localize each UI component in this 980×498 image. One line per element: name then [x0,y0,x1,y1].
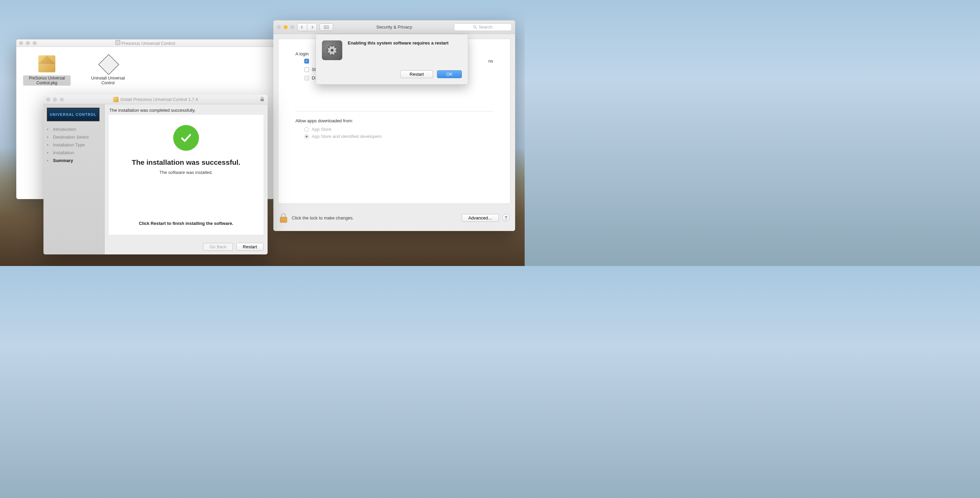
radio-identified-row: App Store and identified developers [304,134,493,139]
package-icon [37,54,57,74]
alert-ok-button[interactable]: OK [437,70,462,78]
svg-point-11 [328,28,329,29]
disable-login-checkbox[interactable] [304,76,309,81]
minimize-icon[interactable] [26,41,30,45]
require-password-label: ns [488,59,493,64]
finder-title: Presonus Universal Control [16,40,274,46]
svg-line-13 [476,28,477,29]
identified-developers-label: App Store and identified developers [312,134,382,139]
identified-developers-radio[interactable] [304,134,309,139]
nav-buttons [297,23,317,31]
installer-heading: The installation was successful. [132,158,240,167]
allow-apps-heading: Allow apps downloaded from: [296,118,493,123]
search-input[interactable]: Search [454,24,512,31]
universal-control-logo: UNIVERSAL CONTROL [47,108,100,121]
close-icon[interactable] [19,41,23,45]
alert-message: Enabling this system software requires a… [348,40,449,60]
disk-icon [115,40,120,45]
search-placeholder: Search [479,24,492,30]
lock-icon[interactable] [279,212,288,223]
radio-app-store-row: App Store [304,127,493,132]
svg-point-9 [325,28,326,29]
restart-alert-sheet: Enabling this system software requires a… [315,34,468,84]
svg-rect-25 [261,99,264,101]
svg-point-6 [327,27,328,27]
zoom-icon[interactable] [33,41,37,45]
divider [296,111,493,111]
svg-point-10 [327,28,328,29]
finder-body: PreSonus Universal Control.pkg Uninstall… [16,47,274,92]
finder-item-uninstall[interactable]: Uninstall Universal Control [84,54,132,86]
svg-point-8 [324,28,325,29]
app-store-radio[interactable] [304,127,309,132]
security-toolbar: Security & Privacy Search [274,21,515,34]
app-icon [98,54,118,74]
chevron-right-icon [310,25,314,29]
finder-titlebar[interactable]: Presonus Universal Control [16,40,274,47]
require-password-checkbox[interactable] [304,59,309,64]
installer-footer: Go Back Restart [105,239,267,255]
go-back-button[interactable]: Go Back [203,243,233,251]
zoom-icon[interactable] [290,25,294,29]
installer-main: The installation was completed successfu… [105,104,267,255]
installer-subheading: The software was installed. [160,170,213,175]
finder-item-pkg[interactable]: PreSonus Universal Control.pkg [23,54,71,86]
security-window: Security & Privacy Search A login ns Sho… [274,21,515,231]
installer-hint: Click Restart to finish installing the s… [139,221,233,235]
installer-content: The installation was successful. The sof… [109,115,264,235]
svg-point-12 [474,25,476,28]
grid-icon [324,25,329,29]
installer-window: Install Presonus Universal Control 1.7.4… [43,95,267,255]
installer-titlebar[interactable]: Install Presonus Universal Control 1.7.4 [43,95,267,104]
alert-restart-button[interactable]: Restart [400,70,433,78]
help-button[interactable]: ? [502,214,510,221]
close-icon[interactable] [46,97,50,102]
back-button[interactable] [298,24,307,31]
finder-item-label: PreSonus Universal Control.pkg [23,75,71,86]
svg-point-1 [325,25,326,26]
step-introduction: Introduction [47,125,101,133]
show-message-checkbox[interactable] [304,67,309,72]
lock-text: Click the lock to make changes. [292,215,354,220]
success-checkmark-icon [173,125,199,151]
finder-item-label: Uninstall Universal Control [84,75,132,86]
restart-button[interactable]: Restart [236,243,264,251]
minimize-icon[interactable] [53,97,57,102]
step-installation: Installation [47,149,101,157]
svg-rect-14 [280,217,287,223]
security-footer: Click the lock to make changes. Advanced… [274,208,515,227]
minimize-icon[interactable] [283,25,288,29]
chevron-left-icon [301,25,304,29]
installer-status: The installation was completed successfu… [105,104,267,115]
lock-icon [260,97,264,102]
step-summary: Summary [47,157,101,164]
svg-point-0 [324,25,325,26]
svg-point-2 [327,25,328,26]
show-all-button[interactable] [320,24,333,31]
installer-sidebar: UNIVERSAL CONTROL Introduction Destinati… [43,104,105,255]
zoom-icon[interactable] [60,97,64,102]
system-preferences-icon [322,40,342,60]
search-icon [473,25,477,29]
app-store-label: App Store [312,127,331,132]
advanced-button[interactable]: Advanced… [462,214,499,222]
svg-point-5 [325,27,326,27]
svg-point-4 [324,27,325,27]
step-type: Installation Type [47,141,101,149]
close-icon[interactable] [277,25,281,29]
step-destination: Destination Select [47,133,101,141]
forward-button[interactable] [307,24,317,31]
package-icon [113,97,119,102]
svg-point-3 [328,25,329,26]
installer-title: Install Presonus Universal Control 1.7.4 [43,97,267,102]
svg-point-7 [328,27,329,27]
svg-point-16 [331,49,334,52]
